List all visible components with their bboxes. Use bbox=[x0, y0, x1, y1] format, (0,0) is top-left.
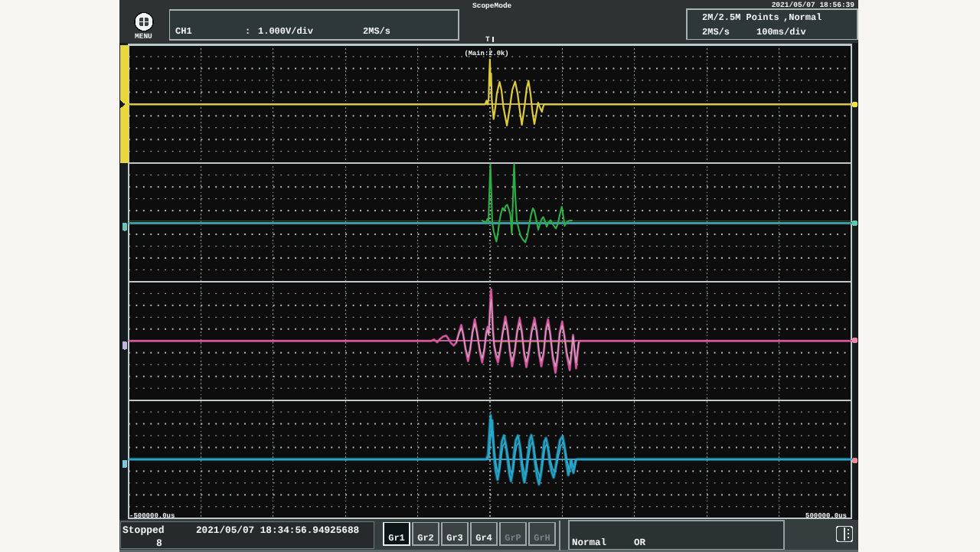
svg-text:T: T bbox=[485, 35, 490, 44]
svg-text:500000.0us: 500000.0us bbox=[805, 512, 847, 520]
svg-text:8: 8 bbox=[156, 537, 162, 549]
svg-text:2MS/s: 2MS/s bbox=[702, 27, 730, 38]
svg-text:Gr4: Gr4 bbox=[475, 533, 492, 544]
svg-text:Gr1: Gr1 bbox=[388, 533, 405, 544]
svg-text:2021/05/07 18:34:56.94925688: 2021/05/07 18:34:56.94925688 bbox=[196, 524, 359, 536]
svg-text:Normal: Normal bbox=[572, 537, 606, 548]
svg-text:MENU: MENU bbox=[135, 32, 152, 41]
svg-text:-500000.0us: -500000.0us bbox=[129, 512, 175, 520]
svg-text:GrH: GrH bbox=[534, 533, 550, 544]
svg-text:OR: OR bbox=[634, 537, 646, 548]
svg-text:CH1: CH1 bbox=[175, 26, 192, 37]
svg-text:ScopeMode: ScopeMode bbox=[472, 2, 512, 10]
svg-text:(Main:2.0k): (Main:2.0k) bbox=[465, 50, 509, 57]
svg-text:Stopped: Stopped bbox=[122, 524, 165, 536]
svg-text:,Normal: ,Normal bbox=[783, 12, 822, 23]
svg-text:2M/2.5M Points: 2M/2.5M Points bbox=[702, 12, 779, 23]
svg-text:Gr3: Gr3 bbox=[446, 533, 463, 544]
svg-text::: : bbox=[245, 26, 250, 37]
svg-text:GrP: GrP bbox=[505, 533, 521, 544]
svg-text:100ms/div: 100ms/div bbox=[756, 27, 806, 38]
svg-text:1.000V/div: 1.000V/div bbox=[258, 26, 313, 37]
svg-text:Gr2: Gr2 bbox=[417, 533, 434, 544]
svg-text:2021/05/07 18:56:39: 2021/05/07 18:56:39 bbox=[772, 1, 855, 9]
svg-text:2MS/s: 2MS/s bbox=[363, 26, 390, 37]
